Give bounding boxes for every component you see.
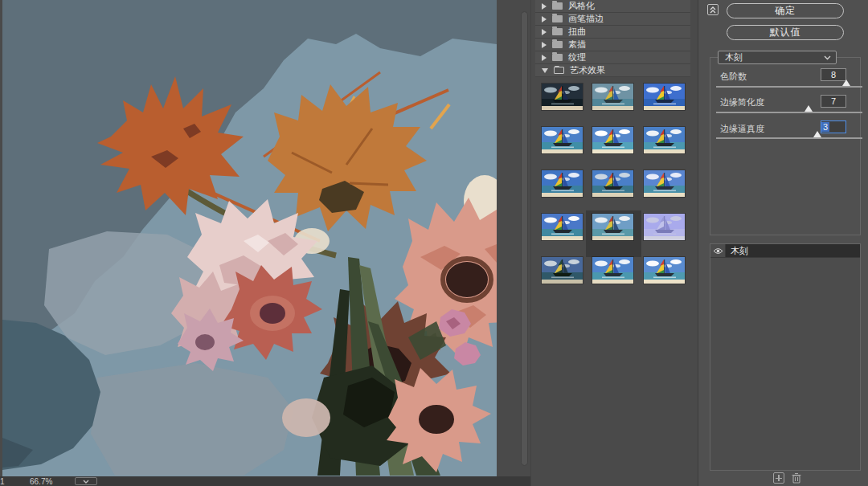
edge-simplicity-value-field[interactable]: 7 — [821, 95, 846, 108]
visibility-toggle[interactable] — [710, 244, 726, 257]
levels-slider[interactable] — [716, 86, 862, 88]
preview-statusbar: 1 66.7% — [0, 476, 530, 486]
edge-fidelity-value-field[interactable]: 3 — [821, 120, 846, 133]
filter-thumbnail-6[interactable] — [637, 124, 693, 170]
zoom-level-dropdown[interactable] — [75, 477, 97, 485]
edge-simplicity-slider[interactable] — [716, 112, 862, 113]
filter-thumbnail-14[interactable] — [586, 254, 641, 300]
clipped-edge-glyph: 1 — [0, 477, 6, 486]
filter-thumbnail-15[interactable] — [637, 254, 693, 300]
filter-thumbnail-grid — [531, 0, 698, 486]
filter-select-value: 木刻 — [725, 51, 743, 63]
chevron-down-icon — [824, 55, 831, 60]
chevron-down-icon — [83, 480, 89, 484]
new-effect-layer-button[interactable] — [773, 472, 784, 484]
double-chevron-up-icon — [709, 6, 717, 14]
filter-type-select[interactable]: 木刻 — [718, 51, 837, 64]
edge-fidelity-label: 边缘逼真度 — [720, 123, 764, 135]
filter-thumbnail-7[interactable] — [535, 167, 591, 214]
levels-label: 色阶数 — [720, 71, 747, 83]
edge-simplicity-label: 边缘简化度 — [720, 96, 764, 108]
filter-gallery-panel: 风格化 画笔描边 扭曲 素描 纹理 艺术效果 — [530, 0, 698, 486]
filter-thumbnail-10[interactable] — [535, 210, 591, 257]
filter-thumbnail-3[interactable] — [637, 80, 693, 127]
filter-thumbnail-13[interactable] — [535, 254, 591, 300]
zoom-level-value: 66.7% — [30, 477, 52, 486]
filter-thumbnail-2[interactable] — [586, 80, 641, 127]
filter-thumbnail-9[interactable] — [637, 167, 693, 214]
effect-layers-list: 木刻 — [710, 243, 861, 471]
collapse-panel-button[interactable] — [707, 4, 719, 15]
edge-fidelity-slider[interactable] — [716, 137, 862, 139]
filter-thumbnail-5[interactable] — [586, 124, 641, 170]
effect-layer-name: 木刻 — [726, 244, 860, 257]
trash-icon — [791, 472, 802, 484]
slider-thumb[interactable] — [842, 80, 850, 86]
filter-thumbnail-11[interactable] — [586, 210, 641, 257]
filter-thumbnail-1[interactable] — [535, 80, 591, 127]
filter-thumbnail-4[interactable] — [535, 124, 591, 170]
filter-settings-panel: 确定 默认值 木刻 色阶数 8 边缘简化度 7 边缘逼真度 3 木刻 — [698, 0, 868, 486]
ok-button[interactable]: 确定 — [727, 3, 844, 18]
defaults-button[interactable]: 默认值 — [727, 25, 844, 40]
image-preview-area: 1 66.7% — [0, 0, 530, 486]
preview-vertical-scrollbar[interactable] — [521, 11, 528, 466]
delete-effect-layer-button[interactable] — [791, 472, 802, 484]
slider-thumb[interactable] — [805, 105, 813, 112]
filter-thumbnail-12[interactable] — [637, 210, 693, 257]
filter-settings-group — [710, 57, 861, 235]
effect-layer-row[interactable]: 木刻 — [710, 244, 860, 258]
eye-icon — [713, 247, 723, 255]
slider-thumb[interactable] — [813, 131, 821, 137]
filter-thumbnail-8[interactable] — [586, 167, 641, 214]
filtered-image-canvas[interactable] — [2, 0, 497, 476]
